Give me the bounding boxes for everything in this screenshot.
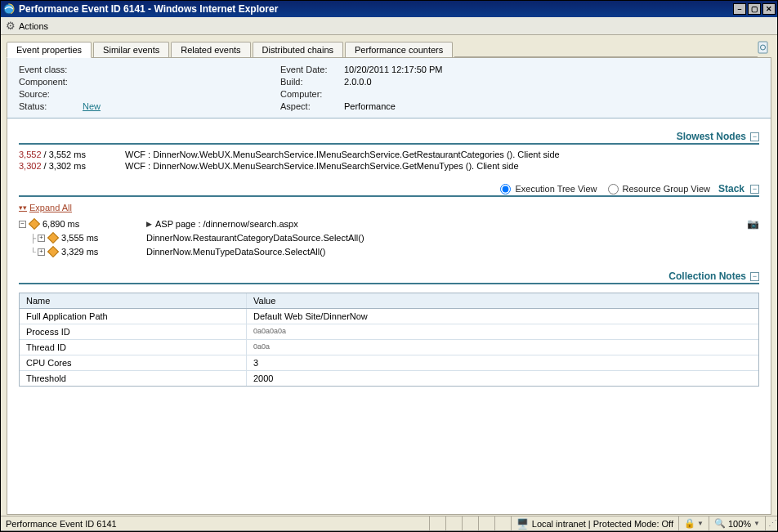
slow-time-total: 3,302 ms xyxy=(49,161,86,171)
stack-title: Stack xyxy=(718,183,744,194)
event-date-label: Event Date: xyxy=(280,65,338,74)
table-row: Thread ID 0a0a xyxy=(20,340,758,355)
diamond-icon xyxy=(29,218,40,230)
tab-performance-counters[interactable]: Performance counters xyxy=(345,42,453,57)
triangle-right-icon: ▶ xyxy=(146,220,152,228)
table-row: CPU Cores 3 xyxy=(20,355,758,371)
tree-line-icon: └ xyxy=(30,248,36,257)
actions-toolbar: ⚙ Actions xyxy=(1,17,777,35)
radio-resource-group[interactable] xyxy=(608,184,619,194)
collapse-stack[interactable]: − xyxy=(750,185,759,194)
chevron-down-icon: ▼ xyxy=(753,520,760,527)
cell-name: Full Application Path xyxy=(20,309,247,324)
slowest-nodes-title: Slowest Nodes xyxy=(677,131,746,142)
build-label: Build: xyxy=(280,77,338,87)
cell-value: Default Web Site/DinnerNow xyxy=(247,309,758,324)
view-radio-group: Execution Tree View Resource Group View xyxy=(492,184,709,194)
status-slot xyxy=(430,516,446,530)
slow-time-red: 3,302 xyxy=(19,161,42,171)
status-slot xyxy=(446,516,463,530)
cell-value: 0a0a xyxy=(247,340,758,355)
chevron-down-icon: ▼ xyxy=(697,520,704,527)
cell-name: CPU Cores xyxy=(20,355,247,370)
status-zone: 🖥️ Local intranet | Protected Mode: Off xyxy=(512,516,679,530)
table-row: Full Application Path Default Web Site/D… xyxy=(20,309,758,324)
col-value-header: Value xyxy=(247,293,758,308)
lock-icon: 🔒 xyxy=(684,518,695,529)
tree-desc: DinnerNow.RestaurantCategoryDataSource.S… xyxy=(146,233,364,243)
actions-label[interactable]: Actions xyxy=(19,21,48,31)
close-button[interactable]: ✕ xyxy=(762,3,776,15)
window-titlebar: Performance Event ID 6141 - Windows Inte… xyxy=(1,1,777,17)
tree-collapse-icon[interactable]: − xyxy=(19,221,26,228)
summary-panel: Event class: Component: Source: Status: … xyxy=(7,58,771,118)
table-row: Process ID 0a0a0a0a xyxy=(20,324,758,340)
expand-all-link[interactable]: ▾▾ Expand All xyxy=(19,203,72,212)
collection-notes-title: Collection Notes xyxy=(668,270,746,282)
collapse-collection-notes[interactable]: − xyxy=(750,272,759,281)
aspect-value: Performance xyxy=(344,101,442,111)
tree-row[interactable]: └ + 3,329 ms DinnerNow.MenuTypeDataSourc… xyxy=(19,245,759,258)
tree-expand-icon[interactable]: + xyxy=(38,248,45,256)
cell-name: Thread ID xyxy=(20,340,247,355)
status-page-text: Performance Event ID 6141 xyxy=(1,516,430,530)
tab-event-properties[interactable]: Event properties xyxy=(7,42,92,58)
status-slot xyxy=(463,516,479,530)
section-stack: Execution Tree View Resource Group View … xyxy=(19,182,759,197)
globe-icon: 🖥️ xyxy=(516,518,529,530)
window-title: Performance Event ID 6141 - Windows Inte… xyxy=(19,3,278,15)
radio-execution-tree[interactable] xyxy=(500,184,511,194)
table-row: Threshold 2000 xyxy=(20,371,758,386)
gear-icon: ⚙ xyxy=(6,20,16,32)
status-bar: Performance Event ID 6141 🖥️ Local intra… xyxy=(1,516,777,531)
source-label: Source: xyxy=(19,89,76,99)
status-label: Status: xyxy=(19,101,76,111)
svg-rect-2 xyxy=(758,42,767,53)
collapse-slowest-nodes[interactable]: − xyxy=(750,132,759,141)
tree-line-icon: ├ xyxy=(30,234,36,243)
collection-notes-table: Name Value Full Application Path Default… xyxy=(19,293,759,387)
cell-value: 0a0a0a0a xyxy=(247,324,758,339)
slow-desc: WCF : DinnerNow.WebUX.MenuSearchService.… xyxy=(125,161,519,171)
status-zoom[interactable]: 🔍 100% ▼ xyxy=(709,516,766,530)
section-slowest-nodes: Slowest Nodes − xyxy=(19,130,759,145)
event-date-value: 10/20/2011 12:17:50 PM xyxy=(344,65,442,74)
help-icon[interactable] xyxy=(758,41,769,56)
component-label: Component: xyxy=(19,77,76,87)
status-slot xyxy=(479,516,495,530)
tab-related-events[interactable]: Related events xyxy=(171,42,250,57)
cell-value: 2000 xyxy=(247,371,758,386)
tree-time: 6,890 ms xyxy=(42,219,79,229)
ie-logo-icon xyxy=(2,2,16,16)
tree-time: 3,329 ms xyxy=(61,247,98,257)
tab-bar: Event properties Similar events Related … xyxy=(7,39,771,57)
cell-name: Process ID xyxy=(20,324,247,339)
slow-time-red: 3,552 xyxy=(19,150,42,159)
resize-grip[interactable]: ⋰ xyxy=(766,518,777,529)
status-value-link[interactable]: New xyxy=(83,101,280,111)
col-name-header: Name xyxy=(20,293,247,308)
diamond-icon xyxy=(47,232,59,244)
status-slot xyxy=(495,516,512,530)
aspect-label: Aspect: xyxy=(280,101,338,111)
status-security[interactable]: 🔒▼ xyxy=(679,516,709,530)
cell-value: 3 xyxy=(247,355,758,370)
snapshot-icon[interactable]: 📷 xyxy=(747,218,759,230)
tree-row[interactable]: ├ + 3,555 ms DinnerNow.RestaurantCategor… xyxy=(19,231,759,244)
zoom-icon: 🔍 xyxy=(714,518,726,529)
tab-distributed-chains[interactable]: Distributed chains xyxy=(253,42,343,57)
tree-desc: ASP page : /dinnernow/search.aspx xyxy=(155,219,298,229)
minimize-button[interactable]: – xyxy=(733,3,746,15)
radio-resource-label: Resource Group View xyxy=(623,184,710,194)
tab-similar-events[interactable]: Similar events xyxy=(93,42,169,57)
slowest-node-row: 3,302 / 3,302 ms WCF : DinnerNow.WebUX.M… xyxy=(19,161,759,171)
slowest-node-row: 3,552 / 3,552 ms WCF : DinnerNow.WebUX.M… xyxy=(19,150,759,159)
maximize-button[interactable]: ▢ xyxy=(748,3,761,15)
build-value: 2.0.0.0 xyxy=(344,77,442,87)
diamond-icon xyxy=(47,246,59,257)
cell-name: Threshold xyxy=(20,371,247,386)
content-pane: Event class: Component: Source: Status: … xyxy=(7,57,771,515)
tree-expand-icon[interactable]: + xyxy=(38,235,45,242)
tree-row[interactable]: − 6,890 ms ▶ASP page : /dinnernow/search… xyxy=(19,217,759,230)
tree-desc: DinnerNow.MenuTypeDataSource.SelectAll() xyxy=(146,247,326,257)
